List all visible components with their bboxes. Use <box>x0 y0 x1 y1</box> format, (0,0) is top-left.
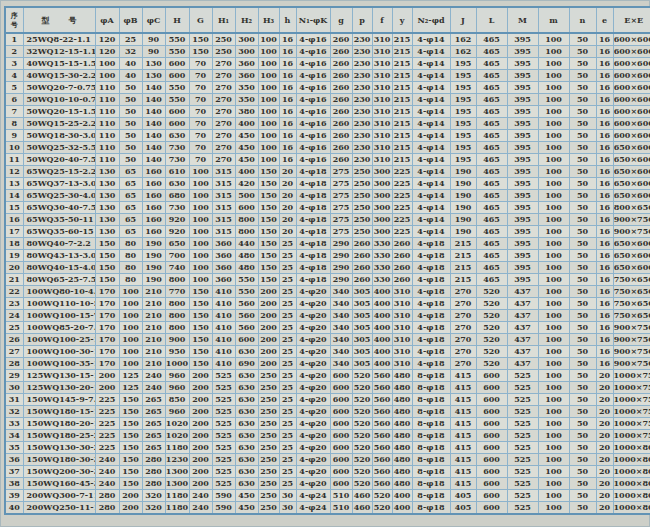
value-cell: 230 <box>352 118 372 130</box>
table-row: 37150WQ200-30-37240150280130020052563025… <box>5 466 650 478</box>
column-header: 型 号 <box>23 7 95 33</box>
value-cell: 415 <box>450 478 476 490</box>
column-header: g <box>330 7 352 33</box>
value-cell: 250 <box>352 178 372 190</box>
value-cell: 190 <box>142 238 165 250</box>
value-cell: 100 <box>258 94 279 106</box>
value-cell: 50 <box>569 394 596 406</box>
value-cell: 200 <box>189 418 212 430</box>
value-cell: 600 <box>476 370 507 382</box>
value-cell: 100 <box>189 262 212 274</box>
value-cell: 4-φ20 <box>296 346 330 358</box>
value-cell: 160 <box>142 226 165 238</box>
value-cell: 310 <box>392 298 412 310</box>
value-cell: 100 <box>258 70 279 82</box>
value-cell: 100 <box>538 370 569 382</box>
value-cell: 437 <box>507 334 538 346</box>
value-cell: 275 <box>330 178 352 190</box>
value-cell: 200 <box>119 502 142 515</box>
value-cell: 16 <box>596 33 613 46</box>
value-cell: 250 <box>258 478 279 490</box>
value-cell: 16 <box>596 82 613 94</box>
value-cell: 525 <box>507 406 538 418</box>
value-cell: 70 <box>189 142 212 154</box>
value-cell: 20 <box>279 190 296 202</box>
value-cell: 550 <box>235 274 258 286</box>
value-cell: 510 <box>330 490 352 502</box>
value-cell: 560 <box>372 370 392 382</box>
value-cell: 100 <box>538 334 569 346</box>
value-cell: 465 <box>476 33 507 46</box>
value-cell: 550 <box>165 94 189 106</box>
value-cell: 140 <box>142 118 165 130</box>
value-cell: 100 <box>538 466 569 478</box>
value-cell: 50 <box>569 46 596 58</box>
value-cell: 100 <box>258 118 279 130</box>
value-cell: 4-φ16 <box>296 94 330 106</box>
value-cell: 100 <box>119 286 142 298</box>
value-cell: 520 <box>352 442 372 454</box>
value-cell: 100 <box>538 490 569 502</box>
value-cell: 130 <box>95 166 119 178</box>
value-cell: 250 <box>258 490 279 502</box>
value-cell: 4-φ18 <box>296 214 330 226</box>
value-cell: 270 <box>212 142 235 154</box>
value-cell: 600 <box>330 418 352 430</box>
value-cell: 50 <box>569 142 596 154</box>
value-cell: 20 <box>596 478 613 490</box>
table-row: 24100WQ100-15-7.517010021080015041056020… <box>5 310 650 322</box>
value-cell: 140 <box>142 142 165 154</box>
value-cell: 100 <box>189 214 212 226</box>
value-cell: 225 <box>392 214 412 226</box>
value-cell: 265 <box>142 394 165 406</box>
value-cell: 70 <box>189 154 212 166</box>
header-row: 序号型 号φAφBφCHGH₁H₂H₃hN₁-φKgpfyN₂-φdJLMmne… <box>5 7 650 33</box>
value-cell: 110 <box>95 118 119 130</box>
value-cell: 200 <box>258 298 279 310</box>
value-cell: 210 <box>142 334 165 346</box>
value-cell: 25 <box>279 478 296 490</box>
value-cell: 4-φ20 <box>296 358 330 370</box>
value-cell: 20 <box>596 430 613 442</box>
value-cell: 225 <box>95 430 119 442</box>
value-cell: 20 <box>596 370 613 382</box>
value-cell: 480 <box>392 442 412 454</box>
value-cell: 630 <box>235 430 258 442</box>
value-cell: 16 <box>279 33 296 46</box>
value-cell: 630 <box>235 394 258 406</box>
value-cell: 410 <box>212 310 235 322</box>
value-cell: 395 <box>507 142 538 154</box>
value-cell: 520 <box>476 286 507 298</box>
value-cell: 32 <box>119 46 142 58</box>
value-cell: 100 <box>538 202 569 214</box>
model-cell: 50WQ15-25-2.2 <box>23 118 95 130</box>
value-cell: 260 <box>330 106 352 118</box>
value-cell: 465 <box>476 178 507 190</box>
value-cell: 150 <box>119 478 142 490</box>
value-cell: 4-φ16 <box>296 58 330 70</box>
value-cell: 120 <box>95 33 119 46</box>
table-row: 28100WQ100-35-18.51701002101000150410690… <box>5 358 650 370</box>
value-cell: 415 <box>450 370 476 382</box>
value-cell: 920 <box>165 226 189 238</box>
value-cell: 300 <box>372 178 392 190</box>
value-cell: 150 <box>95 250 119 262</box>
value-cell: 395 <box>507 226 538 238</box>
value-cell: 160 <box>142 214 165 226</box>
value-cell: 130 <box>95 190 119 202</box>
value-cell: 160 <box>142 202 165 214</box>
value-cell: 50 <box>569 238 596 250</box>
value-cell: 305 <box>352 298 372 310</box>
value-cell: 525 <box>507 418 538 430</box>
value-cell: 260 <box>330 58 352 70</box>
value-cell: 465 <box>476 154 507 166</box>
value-cell: 100 <box>538 346 569 358</box>
model-cell: 150WQ180-25-22 <box>23 430 95 442</box>
table-header: 序号型 号φAφBφCHGH₁H₂H₃hN₁-φKgpfyN₂-φdJLMmne… <box>5 7 650 33</box>
value-cell: 250 <box>258 502 279 515</box>
value-cell: 170 <box>95 322 119 334</box>
value-cell: 25 <box>279 418 296 430</box>
value-cell: 900×750 <box>613 322 650 334</box>
value-cell: 1000×800 <box>613 502 650 515</box>
value-cell: 415 <box>450 430 476 442</box>
